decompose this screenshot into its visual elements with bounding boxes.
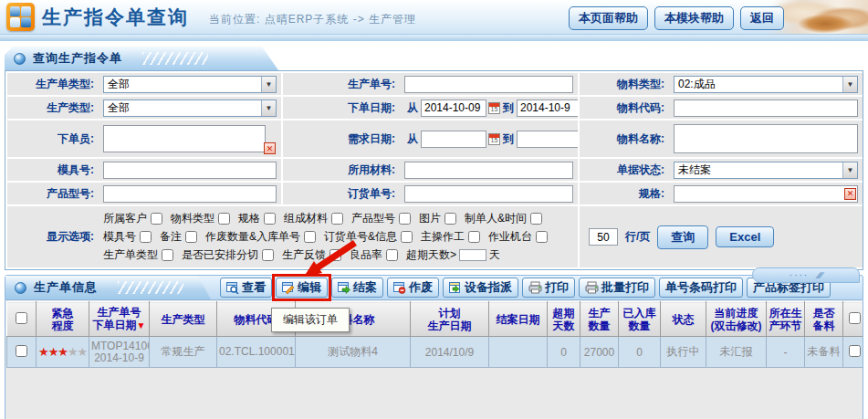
print-icon	[585, 281, 599, 294]
clear-icon[interactable]: ✕	[844, 188, 856, 200]
stock-in-qty-cell: 0	[619, 337, 661, 368]
module-help-button[interactable]: 本模块帮助	[654, 6, 734, 30]
display-option-checkbox[interactable]	[468, 231, 480, 243]
col-prod-type: 生产类型	[150, 302, 217, 337]
display-option: 图片	[419, 211, 456, 226]
hatch-decoration	[142, 52, 208, 65]
prod-qty-cell: 27000	[580, 337, 619, 368]
col-stock-in-qty: 已入库 数量	[619, 302, 661, 337]
row-checkbox[interactable]	[16, 345, 27, 357]
edit-icon	[282, 281, 295, 294]
void-button[interactable]: 作废	[387, 278, 439, 298]
prod-type-cell: 常规生产	[150, 337, 217, 368]
result-toolbar: 查看 编辑 编辑该订单 结案 作废 设备指派	[220, 278, 831, 298]
orderer-input[interactable]	[103, 125, 266, 152]
display-options-list: 所属客户物料类型规格组成材料产品型号图片制单人&时间模具号备注作废数量&入库单号…	[103, 208, 573, 266]
display-option-checkbox[interactable]	[331, 213, 343, 225]
display-option: 订货单号&信息	[324, 229, 413, 245]
order-no-cell: MTOP14100032014-10-9	[89, 337, 150, 368]
overdue-days-input[interactable]	[459, 249, 486, 261]
search-button[interactable]: 查询	[657, 225, 708, 249]
used-material-input[interactable]	[404, 162, 573, 179]
col-order-no[interactable]: 生产单号下单日期▼	[89, 302, 150, 337]
doc-status-dropdown[interactable]: 未结案▼	[674, 162, 858, 179]
sort-desc-icon[interactable]: ▼	[137, 320, 146, 330]
chevron-down-icon: ▼	[261, 77, 276, 92]
orderer-label: 下单员:	[12, 131, 94, 147]
table-row[interactable]: ★★★★★ MTOP14100032014-10-9 常规生产 02.TCL.1…	[7, 337, 864, 368]
display-option: 物料类型	[171, 211, 230, 226]
status-cell: 执行中	[661, 337, 706, 368]
order-date-to-input[interactable]	[517, 100, 579, 117]
display-option-checkbox[interactable]	[536, 231, 548, 243]
display-option-checkbox[interactable]	[185, 231, 197, 243]
clear-icon[interactable]: ✕	[264, 142, 276, 154]
query-form-panel: 生产单类型: 全部▼ 生产单号: 物料类型: 02:成品▼ 生产类型: 全部▼	[5, 70, 863, 270]
bullet-orb-icon	[15, 282, 26, 294]
display-option-checkbox[interactable]	[530, 213, 542, 225]
display-option-checkbox[interactable]	[162, 249, 173, 261]
app-logo-icon	[6, 3, 35, 31]
demand-date-from-input[interactable]	[421, 131, 486, 148]
view-button[interactable]: 查看	[220, 278, 272, 298]
product-model-label: 产品型号:	[12, 186, 94, 202]
display-option-checkbox[interactable]	[304, 231, 316, 243]
prod-type-dropdown[interactable]: 全部▼	[103, 100, 277, 117]
mold-no-input[interactable]	[103, 162, 277, 179]
calendar-icon[interactable]	[488, 102, 500, 114]
row-checkbox[interactable]	[849, 345, 861, 357]
close-case-button[interactable]: 结案	[331, 278, 383, 298]
purchase-order-input[interactable]	[404, 185, 573, 203]
order-date-from-input[interactable]	[421, 100, 486, 117]
back-button[interactable]: 返回	[740, 6, 784, 30]
order-no-input[interactable]	[404, 76, 573, 93]
edit-button[interactable]: 编辑 编辑该订单	[276, 278, 328, 298]
display-option-checkbox[interactable]	[151, 213, 162, 225]
barcode-print-button[interactable]: 单号条码打印	[659, 278, 743, 298]
used-material-label: 所用材料:	[288, 162, 395, 178]
select-all-checkbox[interactable]	[849, 312, 861, 324]
display-option: 生产反馈	[282, 247, 341, 263]
display-option-checkbox[interactable]	[386, 249, 398, 261]
to-label: 到	[503, 131, 514, 147]
display-option-checkbox[interactable]	[329, 249, 341, 261]
chevron-down-icon: ▼	[842, 77, 857, 92]
display-option-checkbox[interactable]	[140, 231, 152, 243]
excel-button[interactable]: Excel	[716, 226, 774, 247]
table-header-row: 紧急 程度 生产单号下单日期▼ 生产类型 物料代码 物料名称 计划 生产日期 结…	[7, 302, 864, 337]
col-overdue-days: 超期 天数	[548, 302, 580, 337]
display-option-checkbox[interactable]	[264, 213, 276, 225]
batch-print-button[interactable]: 批量打印	[579, 278, 655, 298]
calendar-icon[interactable]	[488, 133, 500, 145]
select-all-checkbox[interactable]	[16, 312, 27, 324]
product-model-input[interactable]	[103, 185, 277, 203]
stage-cell: -	[767, 337, 805, 368]
progress-cell[interactable]: 未汇报	[706, 337, 767, 368]
panel-corner-decoration: ····∕∕∕	[752, 267, 860, 283]
device-assign-icon	[449, 281, 462, 294]
material-name-cell: 测试物料4	[296, 337, 411, 368]
spec-input[interactable]	[674, 185, 858, 203]
rows-per-page-input[interactable]	[589, 228, 618, 246]
result-panel-title: 生产单信息	[34, 279, 98, 296]
to-label: 到	[503, 100, 514, 116]
chevron-down-icon: ▼	[261, 100, 276, 116]
page-help-button[interactable]: 本页面帮助	[569, 6, 648, 30]
demand-date-to-input[interactable]	[517, 131, 579, 148]
display-option: 规格	[238, 211, 276, 226]
urgency-stars: ★★★★★	[37, 337, 89, 368]
display-option-checkbox[interactable]	[399, 213, 411, 225]
display-option-checkbox[interactable]	[444, 213, 456, 225]
chevron-down-icon: ▼	[842, 162, 857, 178]
display-option-checkbox[interactable]	[401, 231, 413, 243]
device-assign-button[interactable]: 设备指派	[443, 278, 518, 298]
material-code-input[interactable]	[674, 100, 858, 117]
top-bar: 生产指令单查询 当前位置: 点晴ERP子系统 -> 生产管理 本页面帮助 本模块…	[0, 0, 868, 35]
print-button[interactable]: 打印	[522, 278, 575, 298]
display-option-checkbox[interactable]	[262, 249, 274, 261]
material-type-dropdown[interactable]: 02:成品▼	[674, 76, 858, 93]
display-option-checkbox[interactable]	[218, 213, 230, 225]
order-type-dropdown[interactable]: 全部▼	[103, 76, 277, 93]
material-name-input[interactable]	[674, 124, 858, 153]
bullet-orb-icon	[14, 53, 26, 65]
